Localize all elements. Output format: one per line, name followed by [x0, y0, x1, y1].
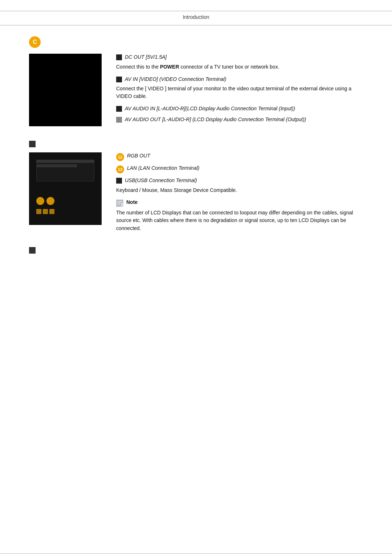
page-container: Introduction C DC OUT [5V/1.5A] — [0, 11, 392, 554]
usb-row: USB(USB Connection Terminal) — [116, 177, 363, 184]
section-2: 12 RGB OUT 13 LAN (LAN Connection Termin… — [29, 141, 363, 233]
rgb-out-label: RGB OUT — [127, 152, 150, 160]
note-label: Note — [126, 199, 138, 205]
dc-out-row: DC OUT [5V/1.5A] — [116, 54, 363, 61]
lan-row: 13 LAN (LAN Connection Terminal) — [116, 165, 363, 173]
av-audio-out-icon — [116, 117, 122, 123]
note-row: Note — [116, 199, 363, 207]
av-audio-in-row: AV AUDIO IN [L-AUDIO-R](LCD Display Audi… — [116, 105, 363, 112]
usb-label: USB(USB Connection Terminal) — [125, 177, 197, 184]
page-title: Introduction — [183, 14, 209, 20]
lcd-bar-1 — [37, 160, 94, 163]
av-in-label: AV IN [VIDEO] (VIDEO Connection Terminal… — [125, 76, 226, 83]
main-content: C DC OUT [5V/1.5A] Connect this to the P… — [0, 25, 392, 290]
lcd-lights — [36, 197, 54, 205]
av-in-desc: Connect the [ VIDEO ] terminal of your m… — [116, 85, 363, 100]
lcd-light-2 — [46, 197, 54, 205]
section-2-badge — [29, 141, 36, 147]
av-audio-in-label: AV AUDIO IN [L-AUDIO-R](LCD Display Audi… — [125, 105, 295, 112]
lcd-indicator-1 — [36, 209, 41, 214]
av-in-icon — [116, 77, 122, 82]
usb-icon — [116, 178, 122, 184]
av-in-row: AV IN [VIDEO] (VIDEO Connection Terminal… — [116, 76, 363, 83]
usb-desc: Keyboard / Mouse, Mass Storage Device Co… — [116, 186, 363, 194]
av-audio-out-row: AV AUDIO OUT [L-AUDIO-R] (LCD Display Au… — [116, 116, 363, 123]
lcd-indicators — [36, 209, 54, 214]
note-icon — [116, 200, 123, 207]
section-2-text: 12 RGB OUT 13 LAN (LAN Connection Termin… — [116, 152, 363, 233]
rgb-out-row: 12 RGB OUT — [116, 152, 363, 161]
svg-rect-3 — [117, 204, 121, 205]
svg-rect-1 — [117, 201, 122, 202]
section-c-badge: C — [29, 36, 41, 48]
lan-label: LAN (LAN Connection Terminal) — [127, 165, 199, 172]
lcd-light-1 — [36, 197, 44, 205]
section-c: C DC OUT [5V/1.5A] Connect this to the P… — [29, 36, 363, 126]
section-2-columns: 12 RGB OUT 13 LAN (LAN Connection Termin… — [29, 152, 363, 233]
section-c-image — [29, 54, 102, 126]
lcd-indicator-3 — [49, 209, 54, 214]
dc-out-icon — [116, 54, 122, 60]
dc-out-label: DC OUT [5V/1.5A] — [125, 54, 167, 61]
section-2-image — [29, 152, 102, 225]
lcd-bar-2 — [37, 164, 77, 167]
dc-out-desc: Connect this to the POWER connector of a… — [116, 63, 363, 71]
lcd-indicator-2 — [43, 209, 48, 214]
lcd-panel-top — [36, 160, 94, 181]
section-3 — [29, 247, 363, 254]
note-text: The number of LCD Displays that can be c… — [116, 209, 363, 233]
page-header: Introduction — [0, 11, 392, 25]
section-c-columns: DC OUT [5V/1.5A] Connect this to the POW… — [29, 54, 363, 126]
av-audio-in-icon — [116, 106, 122, 112]
section-3-badge — [29, 247, 36, 254]
rgb-out-badge: 12 — [116, 153, 124, 161]
lan-badge: 13 — [116, 165, 124, 173]
av-audio-out-label: AV AUDIO OUT [L-AUDIO-R] (LCD Display Au… — [125, 116, 306, 123]
section-c-text: DC OUT [5V/1.5A] Connect this to the POW… — [116, 54, 363, 125]
